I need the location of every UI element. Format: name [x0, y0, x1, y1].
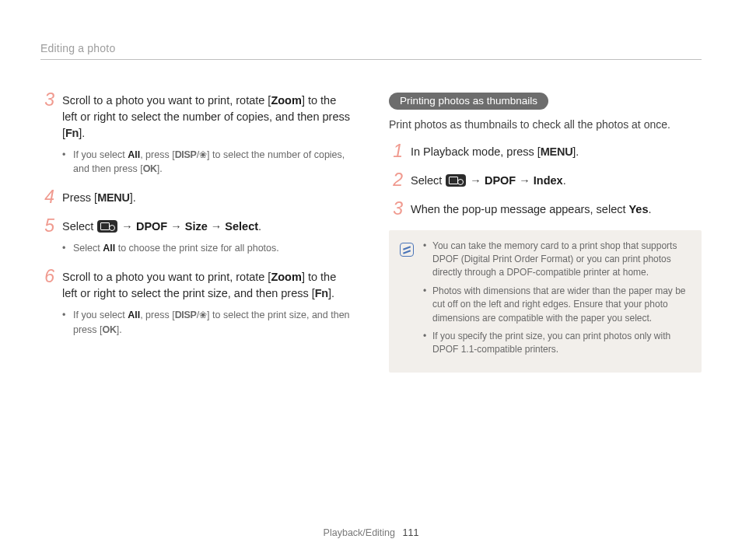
- all-option: All: [103, 243, 115, 254]
- step-number: 2: [389, 171, 403, 189]
- select-option: Select: [225, 220, 258, 233]
- fn-key: Fn: [315, 287, 328, 299]
- dpof-option: DPOF: [485, 174, 516, 187]
- step-number: 5: [40, 217, 54, 257]
- r-step-1: 1 In Playback mode, press [MENU].: [389, 144, 702, 162]
- ok-key: OK: [103, 324, 117, 335]
- zoom-key: Zoom: [271, 94, 301, 107]
- settings-lozenge-icon: [97, 220, 117, 233]
- settings-lozenge-icon: [446, 174, 466, 187]
- disp-key: DISP: [175, 310, 197, 320]
- text: If you select: [73, 310, 128, 320]
- text: .: [563, 174, 566, 187]
- page-number: 111: [403, 527, 419, 538]
- step-number: 3: [389, 200, 403, 218]
- text: If you select: [73, 149, 128, 160]
- arrow: →: [467, 174, 485, 187]
- note-icon: [400, 243, 414, 257]
- r-step-2: 2 Select → DPOF → Index.: [389, 173, 702, 191]
- step-number: 3: [40, 91, 54, 177]
- step-4: 4 Press [MENU].: [40, 190, 353, 208]
- step-number: 6: [40, 268, 54, 338]
- text: ].: [572, 145, 579, 158]
- section-heading-pill: Printing photos as thumbnails: [389, 93, 548, 110]
- arrow: →: [118, 220, 136, 233]
- fn-key: Fn: [65, 127, 79, 139]
- index-option: Index: [534, 174, 563, 187]
- all-option: All: [128, 149, 140, 160]
- text: .: [649, 203, 652, 215]
- text: Scroll to a photo you want to print, rot…: [62, 94, 271, 107]
- text: Select: [73, 243, 103, 254]
- running-header: Editing a photo: [40, 42, 702, 60]
- r-step-3: 3 When the pop-up message appears, selec…: [389, 201, 702, 219]
- arrow: →: [516, 174, 534, 187]
- footer-section: Playback/Editing: [324, 527, 395, 538]
- text: ].: [117, 324, 122, 335]
- yes-option: Yes: [629, 203, 649, 215]
- right-column: Printing photos as thumbnails Print phot…: [389, 93, 702, 373]
- text: ].: [130, 191, 136, 204]
- note-item: Photos with dimensions that are wider th…: [423, 285, 689, 325]
- text: ].: [328, 287, 334, 299]
- text: In Playback mode, press [: [411, 145, 541, 158]
- step-5: 5 Select → DPOF → Size → Select. Select …: [40, 219, 353, 258]
- all-option: All: [128, 310, 140, 320]
- text: Select: [411, 174, 445, 187]
- arrow: →: [167, 220, 185, 233]
- section-lead: Print photos as thumbnails to check all …: [389, 117, 702, 133]
- disp-key: DISP: [175, 149, 197, 160]
- arrow: →: [208, 220, 226, 233]
- macro-icon: ❀: [199, 310, 207, 320]
- dpof-option: DPOF: [136, 220, 167, 233]
- menu-key: MENU: [541, 145, 573, 158]
- text: , press [: [140, 310, 174, 320]
- size-option: Size: [185, 220, 208, 233]
- step-6: 6 Scroll to a photo you want to print, r…: [40, 269, 353, 339]
- step-3: 3 Scroll to a photo you want to print, r…: [40, 93, 353, 179]
- left-column: 3 Scroll to a photo you want to print, r…: [40, 93, 353, 373]
- text: Press [: [62, 191, 97, 204]
- text: Scroll to a photo you want to print, rot…: [62, 271, 271, 283]
- note-item: If you specify the print size, you can p…: [423, 330, 689, 357]
- zoom-key: Zoom: [271, 271, 301, 283]
- text: .: [258, 220, 261, 233]
- page-footer: Playback/Editing 111: [0, 527, 742, 538]
- text: , press [: [140, 149, 174, 160]
- step-number: 1: [389, 142, 403, 160]
- ok-key: OK: [143, 163, 157, 174]
- note-item: You can take the memory card to a print …: [423, 240, 689, 280]
- menu-key: MENU: [97, 191, 130, 204]
- text: When the pop-up message appears, select: [411, 203, 629, 215]
- notes-box: You can take the memory card to a print …: [389, 230, 702, 373]
- text: Select: [62, 220, 96, 233]
- step-number: 4: [40, 188, 54, 206]
- text: to choose the print size for all photos.: [115, 243, 279, 254]
- text: ].: [79, 127, 85, 139]
- macro-icon: ❀: [199, 150, 207, 159]
- text: ].: [157, 163, 163, 174]
